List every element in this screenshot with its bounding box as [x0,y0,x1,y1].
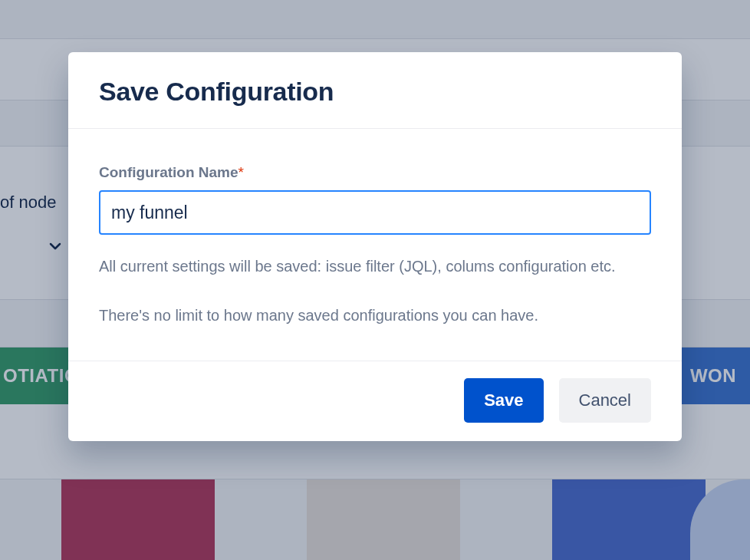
dialog-body: Configuration Name* All current settings… [68,129,682,361]
required-indicator: * [238,164,244,180]
label-text: Configuration Name [99,164,238,180]
cancel-button[interactable]: Cancel [559,378,651,423]
helper-line: All current settings will be saved: issu… [99,252,651,281]
configuration-name-label: Configuration Name* [99,164,651,181]
save-configuration-dialog: Save Configuration Configuration Name* A… [68,52,682,441]
configuration-name-input[interactable] [99,190,651,235]
save-button[interactable]: Save [464,378,543,423]
dialog-title: Save Configuration [99,77,651,107]
dialog-header: Save Configuration [68,52,682,129]
helper-text: All current settings will be saved: issu… [99,252,651,330]
helper-line: There's no limit to how many saved confi… [99,301,651,330]
dialog-footer: Save Cancel [68,361,682,441]
modal-overlay[interactable]: Save Configuration Configuration Name* A… [0,0,750,560]
